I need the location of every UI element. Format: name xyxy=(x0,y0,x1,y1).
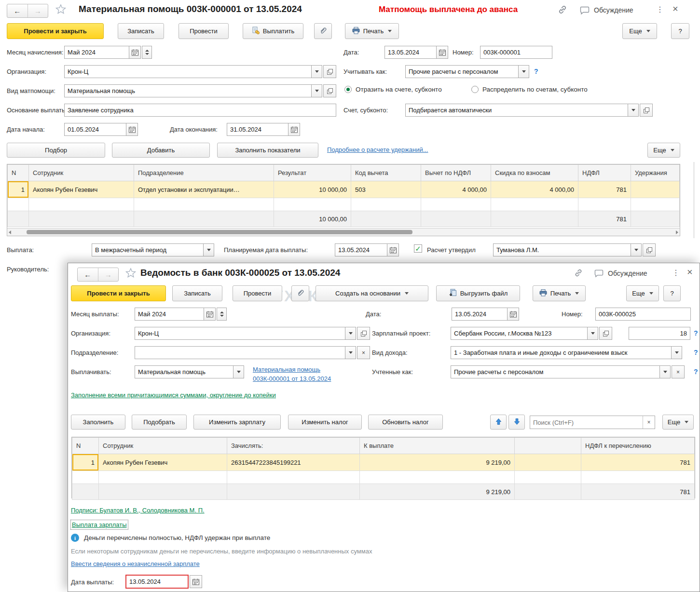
payout-period-dropdown-button[interactable] xyxy=(203,243,214,256)
discussion-bubble-icon[interactable] xyxy=(579,6,590,17)
radio-distribute-label[interactable]: Распределить по счетам, субконто xyxy=(482,86,588,93)
post-button[interactable]: Провести xyxy=(233,285,282,301)
radio-reflect-label[interactable]: Отразить на счете, субконто xyxy=(356,86,442,93)
update-tax-button[interactable]: Обновить налог xyxy=(368,415,443,430)
income-kind-field[interactable]: 1 - Заработная плата и иные доходы с огр… xyxy=(451,346,672,359)
more-menu-dots-icon[interactable]: ⋮ xyxy=(656,5,664,14)
col-header[interactable]: N xyxy=(72,438,99,454)
account-as-field[interactable]: Прочие расчеты с персоналом xyxy=(405,65,519,78)
account-number-cell[interactable]: 26315447223845199221 xyxy=(227,454,360,471)
help-icon[interactable]: ? xyxy=(694,349,698,356)
approver-dropdown-button[interactable] xyxy=(631,243,642,256)
number-field[interactable]: 003К-000001 xyxy=(480,46,552,59)
aid-type-dropdown-button[interactable] xyxy=(311,84,322,97)
col-header[interactable]: НДФЛ к перечислению xyxy=(581,438,695,454)
withholding-details-link[interactable]: Подробнее о расчете удержаний... xyxy=(327,146,428,153)
change-salary-button[interactable]: Изменить зарплату xyxy=(193,415,281,430)
col-header[interactable]: Вычет по НДФЛ xyxy=(421,165,491,181)
scroll-left-icon[interactable] xyxy=(9,230,11,234)
payout-date-field[interactable]: 13.05.2024 xyxy=(125,575,189,589)
pay-button[interactable]: Выплатить xyxy=(243,23,303,39)
payout-period-field[interactable]: В межрасчетный период xyxy=(92,243,204,256)
col-header[interactable]: НДФЛ xyxy=(578,165,631,181)
back-arrow-icon[interactable]: ← xyxy=(7,4,28,17)
month-spinner[interactable] xyxy=(142,46,152,59)
help-button[interactable]: ? xyxy=(671,23,689,39)
calendar-icon[interactable] xyxy=(288,123,300,136)
withholdings-cell[interactable] xyxy=(631,181,680,198)
save-button[interactable]: Записать xyxy=(118,23,164,39)
link-chain-icon[interactable] xyxy=(557,4,568,17)
fill-button[interactable]: Заполнить xyxy=(71,415,125,430)
table-row[interactable]: 1 Акопян Рубен Гезевич 26315447223845199… xyxy=(72,454,695,471)
organization-field[interactable]: Крон-Ц xyxy=(135,327,345,340)
col-header[interactable]: Удержания xyxy=(631,165,680,181)
result-cell[interactable]: 10 000,00 xyxy=(274,181,351,198)
organization-dropdown-button[interactable] xyxy=(345,327,356,340)
table-more-button[interactable]: Еще xyxy=(662,415,694,430)
help-icon[interactable]: ? xyxy=(534,67,538,75)
back-arrow-icon[interactable]: ← xyxy=(78,268,98,281)
radio-distribute[interactable] xyxy=(471,86,479,93)
discussion-label[interactable]: Обсуждение xyxy=(608,269,647,277)
more-button[interactable]: Еще xyxy=(622,23,657,39)
aid-type-open-button[interactable] xyxy=(323,84,336,97)
calendar-icon[interactable] xyxy=(387,243,399,256)
table-more-button[interactable]: Еще xyxy=(647,143,680,158)
more-button[interactable]: Еще xyxy=(626,285,659,301)
ndfl-cell[interactable]: 781 xyxy=(581,454,695,471)
post-and-close-button[interactable]: Провести и закрыть xyxy=(71,285,166,301)
accounted-as-clear-button[interactable]: × xyxy=(672,365,685,378)
col-header[interactable] xyxy=(515,438,581,454)
account-as-dropdown-button[interactable] xyxy=(518,65,529,78)
number-field[interactable]: 003К-000025 xyxy=(595,308,691,321)
department-dropdown-button[interactable] xyxy=(345,346,356,359)
discussion-bubble-icon[interactable] xyxy=(594,269,604,280)
salary-project-field[interactable]: Сбербанк России, г.Москва №123 xyxy=(451,327,588,340)
move-down-button[interactable] xyxy=(508,415,525,430)
calendar-icon[interactable] xyxy=(190,575,202,588)
fill-all-sums-link[interactable]: Заполнение всеми причитающимися суммами,… xyxy=(71,390,307,400)
row-number-cell[interactable]: 1 xyxy=(72,454,99,471)
post-and-close-button[interactable]: Провести и закрыть xyxy=(7,23,104,39)
department-clear-button[interactable]: × xyxy=(357,346,370,359)
source-document-link[interactable]: Материальная помощь 003К-000001 от 13.05… xyxy=(253,365,357,383)
close-icon[interactable]: × xyxy=(687,267,693,278)
to-pay-cell[interactable]: 9 219,00 xyxy=(360,454,515,471)
search-clear-icon[interactable]: × xyxy=(643,416,655,429)
calc-approved-checkbox[interactable]: ✓ xyxy=(414,244,422,253)
contribution-discount-cell[interactable]: 4 000,00 xyxy=(491,181,578,198)
export-file-button[interactable]: Выгрузить файл xyxy=(436,285,520,301)
forward-arrow-icon[interactable]: → xyxy=(28,4,48,17)
organization-open-button[interactable] xyxy=(323,65,336,78)
account-field[interactable]: Подбирается автоматически xyxy=(405,104,628,117)
organization-open-button[interactable] xyxy=(357,327,370,340)
salary-project-dropdown-button[interactable] xyxy=(587,327,598,340)
empty-cell[interactable] xyxy=(515,454,581,471)
department-cell[interactable]: Отдел установки и эксплуатации… xyxy=(134,181,274,198)
calendar-icon[interactable] xyxy=(436,46,448,59)
calendar-icon[interactable] xyxy=(126,123,138,136)
calendar-icon[interactable] xyxy=(129,46,141,59)
approver-field[interactable]: Туманова Л.М. xyxy=(493,243,631,256)
salary-project-open-button[interactable] xyxy=(599,327,612,340)
salary-payout-link[interactable]: Выплата зарплаты xyxy=(72,521,127,528)
income-kind-dropdown-button[interactable] xyxy=(671,346,682,359)
pick-button[interactable]: Подбор xyxy=(7,143,105,158)
col-header[interactable]: К выплате xyxy=(360,438,515,454)
account-open-button[interactable] xyxy=(640,104,653,117)
row-number-cell[interactable]: 1 xyxy=(8,181,29,198)
col-header[interactable]: Зачислять: xyxy=(227,438,360,454)
col-header[interactable]: Скидка по взносам xyxy=(491,165,578,181)
table-row[interactable]: 1 Акопян Рубен Гезевич Отдел установки и… xyxy=(8,181,680,198)
save-button[interactable]: Записать xyxy=(172,285,222,301)
close-icon[interactable]: × xyxy=(673,3,678,14)
create-based-on-button[interactable]: Создать на основании xyxy=(316,285,428,301)
accounted-as-field[interactable]: Прочие расчеты с персоналом xyxy=(451,365,660,378)
enter-unpaid-link[interactable]: Ввести сведения о незачисленной зарплате xyxy=(71,560,200,567)
print-button[interactable]: Печать xyxy=(533,285,586,301)
col-header[interactable]: Подразделение xyxy=(134,165,274,181)
link-chain-icon[interactable] xyxy=(574,268,583,280)
search-input[interactable]: × xyxy=(530,416,655,429)
discussion-label[interactable]: Обсуждение xyxy=(594,6,633,14)
